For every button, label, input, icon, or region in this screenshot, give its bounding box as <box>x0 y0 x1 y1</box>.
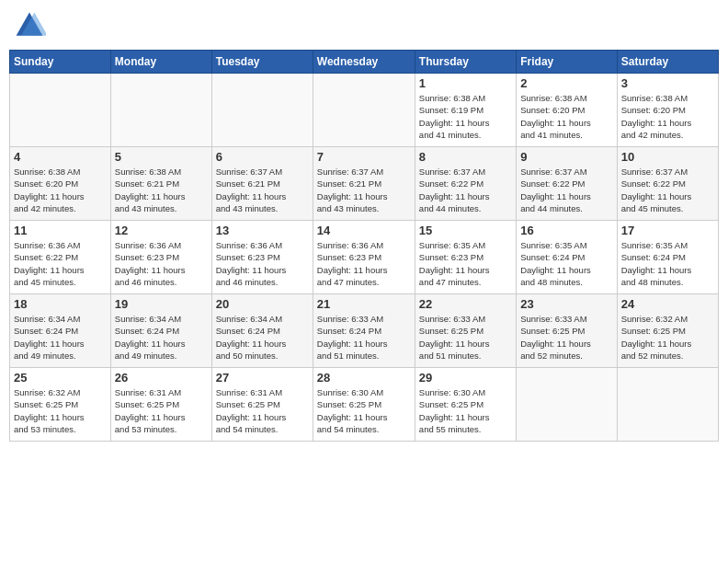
calendar-cell: 11Sunrise: 6:36 AM Sunset: 6:22 PM Dayli… <box>10 221 111 294</box>
calendar-cell: 26Sunrise: 6:31 AM Sunset: 6:25 PM Dayli… <box>110 368 211 442</box>
day-info: Sunrise: 6:38 AM Sunset: 6:21 PM Dayligh… <box>115 166 208 214</box>
day-number: 25 <box>14 371 107 385</box>
day-number: 12 <box>115 224 208 237</box>
day-info: Sunrise: 6:32 AM Sunset: 6:25 PM Dayligh… <box>621 313 714 362</box>
day-info: Sunrise: 6:30 AM Sunset: 6:25 PM Dayligh… <box>317 386 411 435</box>
day-info: Sunrise: 6:30 AM Sunset: 6:25 PM Dayligh… <box>419 386 512 435</box>
calendar-table: SundayMondayTuesdayWednesdayThursdayFrid… <box>9 50 719 442</box>
day-info: Sunrise: 6:32 AM Sunset: 6:25 PM Dayligh… <box>14 386 107 435</box>
day-info: Sunrise: 6:38 AM Sunset: 6:19 PM Dayligh… <box>419 92 512 141</box>
day-info: Sunrise: 6:38 AM Sunset: 6:20 PM Dayligh… <box>621 92 714 141</box>
calendar-week-3: 11Sunrise: 6:36 AM Sunset: 6:22 PM Dayli… <box>10 221 719 294</box>
calendar-cell <box>110 74 211 147</box>
calendar-cell: 22Sunrise: 6:33 AM Sunset: 6:25 PM Dayli… <box>415 294 516 368</box>
day-number: 26 <box>115 371 208 385</box>
day-info: Sunrise: 6:34 AM Sunset: 6:24 PM Dayligh… <box>14 313 107 362</box>
day-info: Sunrise: 6:37 AM Sunset: 6:22 PM Dayligh… <box>520 166 612 214</box>
calendar-cell: 29Sunrise: 6:30 AM Sunset: 6:25 PM Dayli… <box>415 368 516 442</box>
day-number: 23 <box>520 297 612 311</box>
logo-icon <box>13 9 46 42</box>
calendar-cell <box>10 74 111 147</box>
calendar-cell: 18Sunrise: 6:34 AM Sunset: 6:24 PM Dayli… <box>10 294 111 368</box>
day-number: 27 <box>216 371 309 385</box>
calendar-cell: 12Sunrise: 6:36 AM Sunset: 6:23 PM Dayli… <box>110 221 211 294</box>
day-number: 16 <box>520 224 612 237</box>
calendar-week-1: 1Sunrise: 6:38 AM Sunset: 6:19 PM Daylig… <box>10 74 719 147</box>
calendar-cell: 25Sunrise: 6:32 AM Sunset: 6:25 PM Dayli… <box>10 368 111 442</box>
calendar-cell: 7Sunrise: 6:37 AM Sunset: 6:21 PM Daylig… <box>313 147 415 221</box>
calendar-cell: 5Sunrise: 6:38 AM Sunset: 6:21 PM Daylig… <box>110 147 211 221</box>
day-info: Sunrise: 6:37 AM Sunset: 6:22 PM Dayligh… <box>621 166 714 214</box>
day-info: Sunrise: 6:38 AM Sunset: 6:20 PM Dayligh… <box>520 92 612 141</box>
calendar-cell: 4Sunrise: 6:38 AM Sunset: 6:20 PM Daylig… <box>10 147 111 221</box>
calendar-header-row: SundayMondayTuesdayWednesdayThursdayFrid… <box>10 51 719 74</box>
day-info: Sunrise: 6:37 AM Sunset: 6:21 PM Dayligh… <box>317 166 411 214</box>
day-number: 29 <box>419 371 512 385</box>
day-number: 15 <box>419 224 512 237</box>
calendar-cell: 14Sunrise: 6:36 AM Sunset: 6:23 PM Dayli… <box>313 221 415 294</box>
calendar-week-2: 4Sunrise: 6:38 AM Sunset: 6:20 PM Daylig… <box>10 147 719 221</box>
day-number: 6 <box>216 150 309 164</box>
calendar-cell: 13Sunrise: 6:36 AM Sunset: 6:23 PM Dayli… <box>211 221 313 294</box>
day-number: 9 <box>520 150 612 164</box>
day-number: 14 <box>317 224 411 237</box>
day-info: Sunrise: 6:33 AM Sunset: 6:25 PM Dayligh… <box>520 313 612 362</box>
calendar-cell: 27Sunrise: 6:31 AM Sunset: 6:25 PM Dayli… <box>211 368 313 442</box>
calendar-cell <box>517 368 617 442</box>
day-info: Sunrise: 6:36 AM Sunset: 6:22 PM Dayligh… <box>14 239 107 288</box>
calendar-cell: 15Sunrise: 6:35 AM Sunset: 6:23 PM Dayli… <box>415 221 516 294</box>
page-header <box>9 9 719 42</box>
day-number: 4 <box>14 150 107 164</box>
day-number: 24 <box>621 297 714 311</box>
day-info: Sunrise: 6:31 AM Sunset: 6:25 PM Dayligh… <box>216 386 309 435</box>
day-number: 21 <box>317 297 411 311</box>
calendar-cell: 9Sunrise: 6:37 AM Sunset: 6:22 PM Daylig… <box>517 147 617 221</box>
day-info: Sunrise: 6:35 AM Sunset: 6:23 PM Dayligh… <box>419 239 512 288</box>
day-info: Sunrise: 6:34 AM Sunset: 6:24 PM Dayligh… <box>115 313 208 362</box>
day-info: Sunrise: 6:35 AM Sunset: 6:24 PM Dayligh… <box>621 239 714 288</box>
day-info: Sunrise: 6:38 AM Sunset: 6:20 PM Dayligh… <box>14 166 107 214</box>
col-header-sunday: Sunday <box>10 51 111 74</box>
calendar-cell: 6Sunrise: 6:37 AM Sunset: 6:21 PM Daylig… <box>211 147 313 221</box>
day-info: Sunrise: 6:37 AM Sunset: 6:21 PM Dayligh… <box>216 166 309 214</box>
calendar-week-4: 18Sunrise: 6:34 AM Sunset: 6:24 PM Dayli… <box>10 294 719 368</box>
calendar-cell: 1Sunrise: 6:38 AM Sunset: 6:19 PM Daylig… <box>415 74 516 147</box>
col-header-saturday: Saturday <box>617 51 718 74</box>
calendar-cell: 20Sunrise: 6:34 AM Sunset: 6:24 PM Dayli… <box>211 294 313 368</box>
day-info: Sunrise: 6:36 AM Sunset: 6:23 PM Dayligh… <box>216 239 309 288</box>
day-number: 7 <box>317 150 411 164</box>
calendar-cell: 24Sunrise: 6:32 AM Sunset: 6:25 PM Dayli… <box>617 294 718 368</box>
day-number: 20 <box>216 297 309 311</box>
day-number: 3 <box>621 76 714 90</box>
calendar-cell: 17Sunrise: 6:35 AM Sunset: 6:24 PM Dayli… <box>617 221 718 294</box>
day-number: 10 <box>621 150 714 164</box>
calendar-cell: 23Sunrise: 6:33 AM Sunset: 6:25 PM Dayli… <box>517 294 617 368</box>
day-number: 1 <box>419 76 512 90</box>
calendar-cell: 21Sunrise: 6:33 AM Sunset: 6:24 PM Dayli… <box>313 294 415 368</box>
calendar-cell <box>313 74 415 147</box>
col-header-friday: Friday <box>517 51 617 74</box>
logo <box>13 9 50 42</box>
col-header-tuesday: Tuesday <box>211 51 313 74</box>
day-number: 17 <box>621 224 714 237</box>
col-header-wednesday: Wednesday <box>313 51 415 74</box>
calendar-cell: 10Sunrise: 6:37 AM Sunset: 6:22 PM Dayli… <box>617 147 718 221</box>
day-info: Sunrise: 6:31 AM Sunset: 6:25 PM Dayligh… <box>115 386 208 435</box>
day-number: 8 <box>419 150 512 164</box>
day-number: 13 <box>216 224 309 237</box>
day-info: Sunrise: 6:36 AM Sunset: 6:23 PM Dayligh… <box>115 239 208 288</box>
day-number: 19 <box>115 297 208 311</box>
day-number: 28 <box>317 371 411 385</box>
day-info: Sunrise: 6:35 AM Sunset: 6:24 PM Dayligh… <box>520 239 612 288</box>
calendar-week-5: 25Sunrise: 6:32 AM Sunset: 6:25 PM Dayli… <box>10 368 719 442</box>
day-info: Sunrise: 6:33 AM Sunset: 6:25 PM Dayligh… <box>419 313 512 362</box>
day-number: 5 <box>115 150 208 164</box>
day-number: 11 <box>14 224 107 237</box>
calendar-cell <box>617 368 718 442</box>
day-info: Sunrise: 6:37 AM Sunset: 6:22 PM Dayligh… <box>419 166 512 214</box>
day-number: 2 <box>520 76 612 90</box>
day-info: Sunrise: 6:36 AM Sunset: 6:23 PM Dayligh… <box>317 239 411 288</box>
calendar-cell: 3Sunrise: 6:38 AM Sunset: 6:20 PM Daylig… <box>617 74 718 147</box>
day-info: Sunrise: 6:33 AM Sunset: 6:24 PM Dayligh… <box>317 313 411 362</box>
day-number: 22 <box>419 297 512 311</box>
